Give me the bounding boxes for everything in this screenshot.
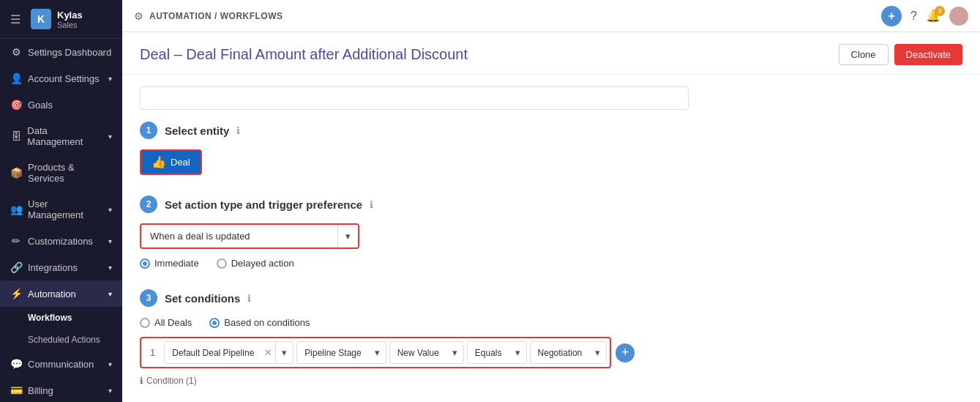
value-type-select[interactable]: New Value ▾ bbox=[389, 341, 464, 364]
sidebar-item-label: User Management bbox=[28, 198, 102, 220]
delayed-label: Delayed action bbox=[231, 258, 294, 269]
condition-row-number: 1 bbox=[144, 347, 161, 358]
step1-info-icon[interactable]: ℹ bbox=[236, 125, 240, 136]
sidebar: ☰ K Kylas Sales ⚙ Settings Dashboard 👤 A… bbox=[0, 0, 122, 402]
operator-select[interactable]: Equals ▾ bbox=[467, 341, 527, 364]
add-button[interactable]: + bbox=[881, 6, 902, 26]
step3-info-icon[interactable]: ℹ bbox=[247, 293, 251, 304]
thumbs-up-icon: 👍 bbox=[152, 155, 166, 169]
based-on-conditions-label: Based on conditions bbox=[224, 317, 310, 328]
avatar[interactable] bbox=[949, 7, 968, 26]
condition-row: 1 Default Deal Pipeline ✕ ▾ Pipeline Sta… bbox=[140, 337, 611, 368]
notification-bell-icon[interactable]: 🔔 3 bbox=[926, 9, 940, 23]
sidebar-sub-item-scheduled-actions[interactable]: Scheduled Actions bbox=[0, 329, 122, 351]
sidebar-item-label: Billing bbox=[28, 385, 53, 396]
sub-item-label: Workflows bbox=[28, 313, 72, 323]
negotiation-chevron-icon[interactable]: ▾ bbox=[589, 342, 606, 363]
sidebar-item-products-services[interactable]: 📦 Products & Services bbox=[0, 155, 122, 191]
automation-topbar-icon: ⚙ bbox=[134, 10, 143, 22]
timing-radio-group: Immediate Delayed action bbox=[140, 258, 962, 269]
all-deals-radio[interactable]: All Deals bbox=[140, 317, 192, 328]
chevron-down-icon: ▾ bbox=[108, 264, 112, 272]
pipeline-chevron-icon[interactable]: ▾ bbox=[276, 342, 293, 363]
sidebar-item-settings-dashboard[interactable]: ⚙ Settings Dashboard bbox=[0, 39, 122, 65]
help-icon[interactable]: ? bbox=[910, 10, 917, 23]
value-type-chevron-icon[interactable]: ▾ bbox=[446, 342, 463, 363]
sidebar-item-data-management[interactable]: 🗄 Data Management ▾ bbox=[0, 118, 122, 155]
sidebar-item-goals[interactable]: 🎯 Goals bbox=[0, 92, 122, 118]
sidebar-item-communication[interactable]: 💬 Communication ▾ bbox=[0, 351, 122, 377]
condition-note: ℹ Condition (1) bbox=[140, 376, 962, 386]
customizations-icon: ✏ bbox=[10, 235, 22, 247]
step3-badge: 3 bbox=[140, 289, 157, 307]
based-on-conditions-radio[interactable]: Based on conditions bbox=[209, 317, 310, 328]
negotiation-select[interactable]: Negotiation ▾ bbox=[530, 341, 607, 364]
sidebar-item-customizations[interactable]: ✏ Customizations ▾ bbox=[0, 228, 122, 254]
products-icon: 📦 bbox=[10, 167, 22, 179]
page-title: Deal – Deal Final Amount after Additiona… bbox=[140, 46, 468, 63]
add-condition-button[interactable]: + bbox=[616, 343, 635, 362]
goals-icon: 🎯 bbox=[10, 99, 22, 111]
sidebar-item-label: Communication bbox=[28, 359, 94, 370]
step3-header: 3 Set conditions ℹ bbox=[140, 289, 962, 307]
step1-title: Select entity bbox=[165, 124, 229, 137]
chevron-down-icon: ▾ bbox=[108, 360, 112, 368]
sidebar-item-integrations[interactable]: 🔗 Integrations ▾ bbox=[0, 254, 122, 280]
account-icon: 👤 bbox=[10, 72, 22, 84]
sub-item-label: Scheduled Actions bbox=[28, 335, 100, 345]
automation-icon: ⚡ bbox=[10, 288, 22, 299]
hamburger-icon[interactable]: ☰ bbox=[10, 12, 20, 26]
sidebar-item-label: Customizations bbox=[28, 236, 93, 247]
immediate-label: Immediate bbox=[154, 258, 199, 269]
sidebar-item-user-management[interactable]: 👥 User Management ▾ bbox=[0, 191, 122, 228]
pipeline-value: Default Deal Pipeline bbox=[165, 343, 261, 363]
content-area: Deal – Deal Final Amount after Additiona… bbox=[122, 32, 980, 402]
topbar-actions: + ? 🔔 3 bbox=[881, 6, 968, 26]
notification-badge: 3 bbox=[935, 6, 945, 16]
chevron-down-icon: ▾ bbox=[108, 290, 112, 298]
step2-info-icon[interactable]: ℹ bbox=[370, 199, 373, 210]
stage-value: Pipeline Stage bbox=[297, 343, 368, 363]
content-body: 1 Select entity ℹ 👍 Deal 2 Set action ty… bbox=[122, 75, 980, 402]
users-icon: 👥 bbox=[10, 204, 22, 215]
app-name: Kylas bbox=[57, 10, 83, 21]
communication-icon: 💬 bbox=[10, 358, 22, 370]
sidebar-item-label: Automation bbox=[28, 289, 76, 299]
trigger-chevron-icon[interactable]: ▾ bbox=[337, 225, 358, 247]
immediate-radio[interactable]: Immediate bbox=[140, 258, 199, 269]
sidebar-sub-item-workflows[interactable]: Workflows bbox=[0, 307, 122, 329]
title-input[interactable] bbox=[140, 86, 689, 110]
stage-select[interactable]: Pipeline Stage ▾ bbox=[296, 341, 386, 364]
stage-chevron-icon[interactable]: ▾ bbox=[369, 342, 386, 363]
sidebar-logo: K bbox=[31, 9, 51, 29]
content-header: Deal – Deal Final Amount after Additiona… bbox=[122, 32, 980, 75]
operator-value: Equals bbox=[468, 343, 509, 363]
trigger-value: When a deal is updated bbox=[141, 225, 337, 247]
app-role: Sales bbox=[57, 21, 83, 29]
radio-dot-all-deals bbox=[140, 318, 150, 328]
deactivate-button[interactable]: Deactivate bbox=[894, 44, 962, 65]
negotiation-value: Negotiation bbox=[531, 343, 590, 363]
data-icon: 🗄 bbox=[10, 130, 21, 142]
clone-button[interactable]: Clone bbox=[839, 44, 889, 65]
sidebar-item-billing[interactable]: 💳 Billing ▾ bbox=[0, 377, 122, 402]
sidebar-item-automation[interactable]: ⚡ Automation ▾ bbox=[0, 280, 122, 307]
sidebar-item-account-settings[interactable]: 👤 Account Settings ▾ bbox=[0, 65, 122, 92]
sidebar-brand: Kylas Sales bbox=[57, 10, 83, 29]
trigger-dropdown[interactable]: When a deal is updated ▾ bbox=[140, 223, 359, 249]
conditions-radio-group: All Deals Based on conditions bbox=[140, 317, 962, 328]
delayed-radio[interactable]: Delayed action bbox=[217, 258, 294, 269]
sidebar-item-label: Goals bbox=[28, 100, 53, 111]
step3-section: 3 Set conditions ℹ All Deals Based on co… bbox=[140, 289, 962, 386]
pipeline-select[interactable]: Default Deal Pipeline ✕ ▾ bbox=[164, 341, 293, 364]
chevron-down-icon: ▾ bbox=[108, 75, 112, 83]
sidebar-item-label: Settings Dashboard bbox=[28, 47, 111, 58]
main-area: ⚙ AUTOMATION / WORKFLOWS + ? 🔔 3 Deal – … bbox=[122, 0, 980, 402]
sidebar-header: ☰ K Kylas Sales bbox=[0, 0, 122, 39]
sidebar-item-label: Products & Services bbox=[28, 162, 112, 184]
operator-chevron-icon[interactable]: ▾ bbox=[509, 342, 526, 363]
pipeline-clear-icon[interactable]: ✕ bbox=[261, 342, 276, 363]
deal-entity-button[interactable]: 👍 Deal bbox=[140, 149, 202, 175]
radio-dot-delayed bbox=[217, 258, 227, 269]
all-deals-label: All Deals bbox=[154, 317, 192, 328]
